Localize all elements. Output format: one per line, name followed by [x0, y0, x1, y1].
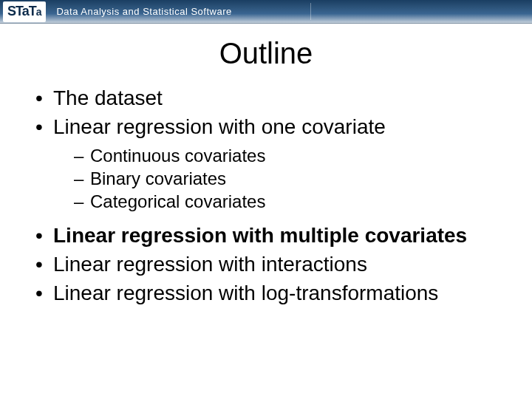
header-bar: STaTa Data Analysis and Statistical Soft… — [0, 0, 532, 24]
logo-main: STaT — [7, 4, 36, 19]
bullet-text: Continuous covariates — [90, 146, 265, 166]
header-tagline: Data Analysis and Statistical Software — [56, 6, 231, 17]
slide: STaTa Data Analysis and Statistical Soft… — [0, 0, 532, 399]
sub-bullet-list: Continuous covariates Binary covariates … — [74, 144, 510, 214]
list-item: Linear regression with interactions — [35, 251, 510, 277]
list-item: The dataset — [35, 85, 510, 111]
list-item: Linear regression with log-transformatio… — [35, 280, 510, 306]
list-item: Continuous covariates — [74, 144, 510, 167]
list-item: Linear regression with multiple covariat… — [35, 222, 510, 248]
bullet-text: Linear regression with log-transformatio… — [53, 282, 438, 304]
bullet-text: Linear regression with one covariate — [53, 115, 386, 138]
logo-text: STaTa — [7, 4, 41, 19]
slide-title: Outline — [0, 37, 532, 70]
list-item: Binary covariates — [74, 167, 510, 190]
header-divider — [310, 3, 311, 20]
bullet-text: Categorical covariates — [90, 191, 265, 211]
list-item: Categorical covariates — [74, 190, 510, 213]
slide-body: The dataset Linear regression with one c… — [0, 85, 532, 306]
stata-logo: STaTa — [3, 1, 46, 22]
bullet-text: Linear regression with multiple covariat… — [53, 224, 467, 247]
bullet-text: Binary covariates — [90, 168, 226, 188]
bullet-text: Linear regression with interactions — [53, 253, 367, 276]
list-item: Linear regression with one covariate Con… — [35, 114, 510, 214]
bullet-list: The dataset Linear regression with one c… — [35, 85, 510, 306]
bullet-text: The dataset — [53, 86, 163, 109]
logo-suffix: a — [36, 6, 42, 18]
